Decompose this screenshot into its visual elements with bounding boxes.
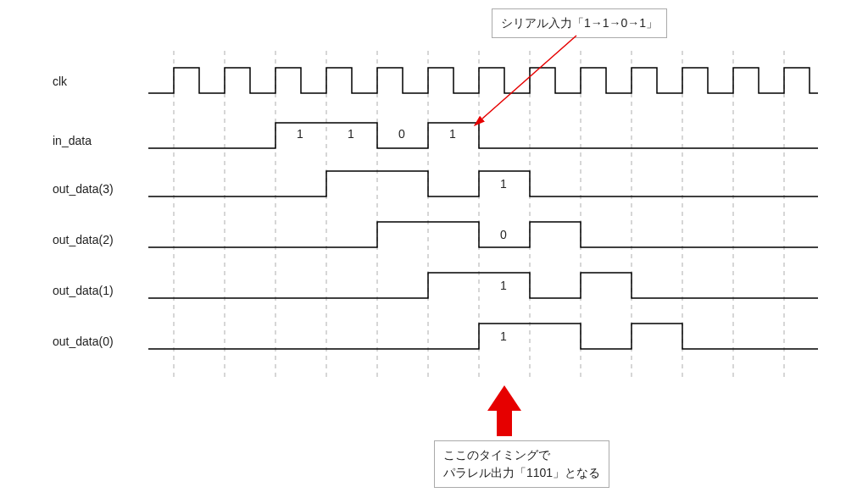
arrow-parallel-output-icon [487, 385, 521, 436]
wave-out2 [148, 222, 818, 247]
wave-out3 [148, 171, 818, 196]
wave-in [148, 123, 818, 148]
waveform-svg [0, 0, 868, 498]
wave-out1 [148, 273, 818, 298]
wave-out0 [148, 324, 818, 349]
timing-diagram: clk in_data out_data(3) out_data(2) out_… [0, 0, 868, 498]
arrow-serial-input [475, 36, 576, 125]
wave-clk [148, 68, 818, 93]
